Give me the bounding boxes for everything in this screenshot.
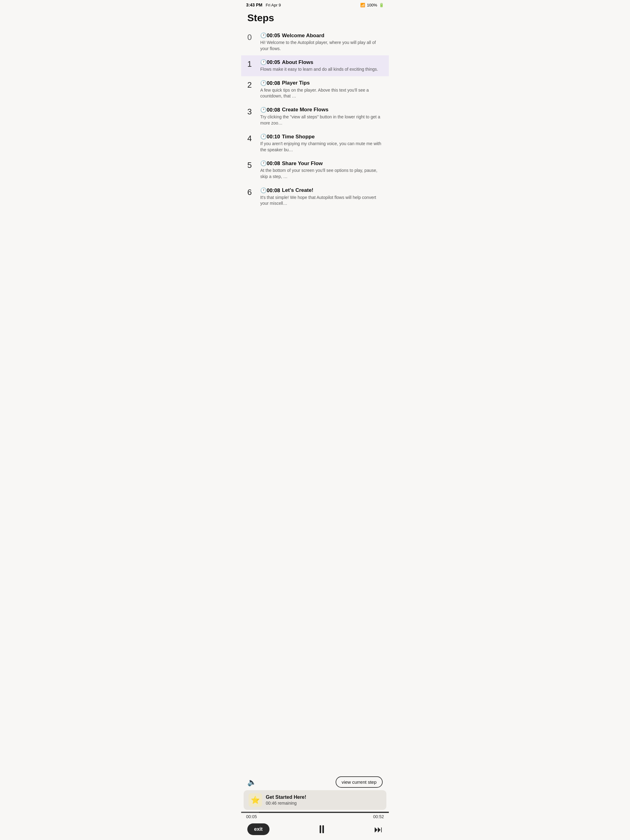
step-item-6[interactable]: 6 🕐00:08 Let's Create! It's that simple!… <box>241 183 389 210</box>
step-item-1[interactable]: 1 🕐00:05 About Flows Flows make it easy … <box>241 55 389 76</box>
step-title: Time Shoppe <box>282 134 314 140</box>
step-content: 🕐00:08 Share Your Flow At the bottom of … <box>260 160 383 180</box>
step-item-4[interactable]: 4 🕐00:10 Time Shoppe If you aren't enjoy… <box>241 130 389 156</box>
progress-section: 00:05 00:52 <box>241 812 389 822</box>
step-duration: 🕐00:05 <box>260 32 280 39</box>
step-title: Welcome Aboard <box>282 33 324 39</box>
wifi-icon: 📶 <box>360 3 365 7</box>
step-content: 🕐00:08 Let's Create! It's that simple! W… <box>260 187 383 207</box>
step-description: Hi! Welcome to the Autopilot player, whe… <box>260 39 383 52</box>
battery-percent: 100% <box>367 3 377 7</box>
step-title: Share Your Flow <box>282 161 323 167</box>
status-bar-time-date: 3:43 PM Fri Apr 9 <box>246 2 281 7</box>
progress-bar[interactable] <box>241 812 389 813</box>
step-header: 🕐00:08 Create More Flows <box>260 107 383 113</box>
time-elapsed: 00:05 <box>246 814 257 819</box>
step-description: A few quick tips on the player. Above th… <box>260 87 383 99</box>
status-bar-right: 📶 100% 🔋 <box>360 3 384 7</box>
step-number: 2 <box>247 80 255 90</box>
step-title: Player Tips <box>282 80 309 86</box>
step-content: 🕐00:08 Create More Flows Try clicking th… <box>260 107 383 126</box>
step-header: 🕐00:05 Welcome Aboard <box>260 32 383 39</box>
step-content: 🕐00:05 About Flows Flows make it easy to… <box>260 59 383 73</box>
pause-icon <box>320 825 324 833</box>
step-item-5[interactable]: 5 🕐00:08 Share Your Flow At the bottom o… <box>241 156 389 183</box>
time-total: 00:52 <box>373 814 384 819</box>
step-title: About Flows <box>282 59 313 65</box>
step-content: 🕐00:05 Welcome Aboard Hi! Welcome to the… <box>260 32 383 52</box>
step-description: Flows make it easy to learn and do all k… <box>260 66 383 73</box>
step-description: It's that simple! We hope that Autopilot… <box>260 195 383 207</box>
battery-icon: 🔋 <box>379 3 384 7</box>
steps-list: 0 🕐00:05 Welcome Aboard Hi! Welcome to t… <box>241 28 389 210</box>
step-item-3[interactable]: 3 🕐00:08 Create More Flows Try clicking … <box>241 103 389 130</box>
page-title: Steps <box>241 9 389 28</box>
step-number: 1 <box>247 59 255 69</box>
bottom-section: 🔈 view current step ⭐ Get Started Here! … <box>241 772 389 840</box>
skip-forward-button[interactable]: ⏭ <box>374 824 383 834</box>
step-description: If you aren't enjoying my charming voice… <box>260 141 383 153</box>
step-duration: 🕐00:08 <box>260 187 280 194</box>
status-bar: 3:43 PM Fri Apr 9 📶 100% 🔋 <box>241 0 389 9</box>
step-description: At the bottom of your screen you'll see … <box>260 167 383 180</box>
exit-button[interactable]: exit <box>247 823 269 835</box>
step-header: 🕐00:08 Let's Create! <box>260 187 383 194</box>
step-number: 4 <box>247 133 255 144</box>
step-duration: 🕐00:08 <box>260 107 280 113</box>
step-duration: 🕐00:10 <box>260 133 280 140</box>
step-duration: 🕐00:08 <box>260 80 280 87</box>
step-header: 🕐00:08 Player Tips <box>260 80 383 87</box>
step-item-0[interactable]: 0 🕐00:05 Welcome Aboard Hi! Welcome to t… <box>241 28 389 55</box>
step-content: 🕐00:10 Time Shoppe If you aren't enjoyin… <box>260 133 383 153</box>
step-header: 🕐00:10 Time Shoppe <box>260 133 383 140</box>
playback-controls: exit ⏭ <box>241 822 389 840</box>
now-playing-icon: ⭐ <box>249 793 262 807</box>
step-duration: 🕐00:08 <box>260 160 280 167</box>
now-playing-info: Get Started Here! 00:46 remaining <box>266 794 381 805</box>
speaker-button[interactable]: 🔈 <box>247 778 256 786</box>
step-number: 0 <box>247 32 255 43</box>
step-description: Try clicking the "view all steps" button… <box>260 114 383 126</box>
step-title: Create More Flows <box>282 107 328 113</box>
step-duration: 🕐00:05 <box>260 59 280 65</box>
progress-times: 00:05 00:52 <box>241 813 389 821</box>
status-time: 3:43 PM <box>246 2 263 7</box>
pause-button[interactable] <box>320 825 324 833</box>
step-content: 🕐00:08 Player Tips A few quick tips on t… <box>260 80 383 99</box>
step-number: 6 <box>247 187 255 198</box>
view-current-step-button[interactable]: view current step <box>336 776 383 788</box>
step-number: 3 <box>247 107 255 117</box>
now-playing-bar: ⭐ Get Started Here! 00:46 remaining <box>244 790 386 810</box>
step-item-2[interactable]: 2 🕐00:08 Player Tips A few quick tips on… <box>241 76 389 103</box>
step-header: 🕐00:08 Share Your Flow <box>260 160 383 167</box>
status-date: Fri Apr 9 <box>266 3 281 7</box>
step-number: 5 <box>247 160 255 171</box>
step-header: 🕐00:05 About Flows <box>260 59 383 65</box>
step-title: Let's Create! <box>282 187 313 193</box>
now-playing-title: Get Started Here! <box>266 794 381 800</box>
now-playing-remaining: 00:46 remaining <box>266 801 381 805</box>
progress-fill <box>241 812 259 813</box>
controls-row: 🔈 view current step <box>241 772 389 790</box>
